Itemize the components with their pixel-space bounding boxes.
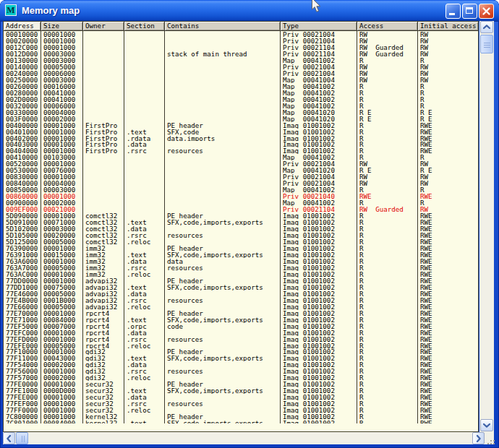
cell-access: R (357, 212, 418, 219)
table-row[interactable]: 77E4B0000001B000advapi32.rsrcresourcesIm… (4, 297, 478, 303)
cell-access: R (357, 290, 418, 297)
minimize-button[interactable] (445, 4, 461, 19)
table-row[interactable]: 77EFE00000005000rpcrt4.relocImag 0100100… (4, 343, 478, 349)
column-header-owner[interactable]: Owner (83, 22, 124, 30)
table-row[interactable]: 0053000000076000Map 00041020R ER E (4, 167, 478, 173)
table-row[interactable]: 0040400000001000FirstPro.rsrcresourcesIm… (4, 147, 478, 154)
table-row[interactable]: 0086000000001000Priv 00021040RWERWE (4, 193, 478, 199)
table-row[interactable]: 77DD100000075000advapi32.textSFX,code,im… (4, 284, 478, 290)
table-row[interactable]: 77FEF00000001000secur32.rsrcresourcesIma… (4, 400, 478, 407)
column-header-size[interactable]: Size (41, 22, 83, 30)
table-row[interactable]: 0001000000001000Priv 00021004RWRW (4, 31, 478, 38)
table-row[interactable]: 002D000000041000Map 00041002RR (4, 96, 478, 103)
table-row[interactable]: 5D12500000005000comctl32.relocImag 01001… (4, 238, 478, 245)
table-row[interactable]: 0040300000001000FirstPro.dataImag 010010… (4, 141, 478, 147)
cell-address: 76390000 (4, 245, 41, 251)
table-row[interactable]: 0026000000016000Map 00041002RR (4, 83, 478, 90)
cell-initial_access: RW (418, 51, 478, 57)
horizontal-scrollbar[interactable] (3, 432, 485, 444)
table-row[interactable]: 77FE000000001000secur32PE headerImag 010… (4, 381, 478, 387)
horizontal-scroll-thumb[interactable] (16, 432, 28, 444)
table-row[interactable]: 5D09000000001000comctl32PE headerImag 01… (4, 212, 478, 219)
table-row[interactable]: 77E4600000005000advapi32.dataImag 010010… (4, 290, 478, 297)
table-row[interactable]: 0028000000041000Map 00041002RR (4, 90, 478, 96)
scroll-up-button[interactable] (480, 21, 493, 33)
table-row[interactable]: 77F5400000002000gdi32.dataImag 01001002R… (4, 361, 478, 368)
table-row[interactable]: 77F5600000001000gdi32.rsrcresourcesImag … (4, 368, 478, 374)
column-header-address[interactable]: Address (4, 22, 41, 30)
resize-grip[interactable] (485, 432, 494, 444)
table-row[interactable]: 5D10200000003000comctl32.dataImag 010010… (4, 225, 478, 232)
table-row[interactable]: 0040100000001000FirstPro.textSFX,codeIma… (4, 129, 478, 135)
table-row[interactable]: 763AC00000001000imm32.relocImag 01001002… (4, 271, 478, 277)
vertical-scroll-thumb[interactable] (480, 35, 493, 53)
cell-address: 77F57000 (4, 374, 41, 381)
column-header-section[interactable]: Section (124, 22, 165, 30)
table-row[interactable]: 77EF500000007000rpcrt4.orpccodeImag 0100… (4, 323, 478, 329)
cell-type: Priv 00021104 (281, 51, 357, 57)
table-row[interactable]: 0041000000103000Map 00041002RR (4, 154, 478, 160)
table-row[interactable]: 77EFC00000001000rpcrt4.dataImag 01001002… (4, 329, 478, 336)
table-row[interactable]: 77F5700000002000gdi32.relocImag 01001002… (4, 374, 478, 381)
table-row[interactable]: 77E7100000084000rpcrt4.textSFX,code,impo… (4, 316, 478, 323)
table-row[interactable]: 0012D00000003000stack of main threadPriv… (4, 51, 478, 57)
table-row[interactable]: 5D09100000071000comctl32.textSFX,code,im… (4, 219, 478, 225)
table-row[interactable]: 0012C00000001000Priv 00021104RW GuardedR… (4, 44, 478, 51)
table-row[interactable]: 0013000000003000Map 00041002RR (4, 57, 478, 64)
cell-contains: SFX,code,imports,exports (165, 219, 281, 225)
cell-contains (165, 70, 281, 77)
table-row[interactable]: 77DD000000001000advapi32PE headerImag 01… (4, 277, 478, 284)
table-row[interactable]: 7C80000000001000kernel32PE headerImag 01… (4, 413, 478, 420)
cell-initial_access: RWE (418, 135, 478, 142)
table-row[interactable]: 0083000000001000Priv 00021004RWRW (4, 173, 478, 180)
maximize-button[interactable] (462, 4, 477, 19)
table-row[interactable]: 0085000000003000Map 00041002RR (4, 186, 478, 193)
scroll-right-button[interactable] (472, 432, 485, 444)
table-row[interactable]: 77E7000000001000rpcrt4PE headerImag 0100… (4, 310, 478, 316)
cell-access: RW (357, 180, 418, 186)
scroll-left-button[interactable] (3, 432, 15, 444)
table-row[interactable]: 77E6600000005000advapi32.relocImag 01001… (4, 303, 478, 310)
table-row[interactable]: 0052000000001000Priv 00021004RWRW (4, 160, 478, 167)
table-row[interactable]: 7639000000001000imm32PE headerImag 01001… (4, 245, 478, 251)
column-header-initial-access[interactable]: Initial access (418, 22, 478, 30)
table-row[interactable]: 0084000000004000Priv 00021004RWRW (4, 180, 478, 186)
close-button[interactable] (479, 4, 494, 19)
cell-section (124, 154, 165, 160)
cell-contains (165, 160, 281, 167)
table-row[interactable]: 7C80100000084000kernel32.textSFX,code,im… (4, 420, 478, 423)
cell-section: .rsrc (124, 147, 165, 154)
table-row[interactable]: 0014000000005000Priv 00021004RWRW (4, 64, 478, 70)
cell-size: 00007000 (41, 323, 83, 329)
scroll-down-button[interactable] (480, 419, 493, 431)
column-header-contains[interactable]: Contains (165, 22, 281, 30)
table-row[interactable]: 0032000000006000Map 00041002RR (4, 103, 478, 109)
vertical-scrollbar[interactable] (479, 21, 494, 432)
table-row[interactable]: 0090000000002000Map 00041002RR (4, 199, 478, 206)
table-row[interactable]: 763A700000005000imm32.rsrcresourcesImag … (4, 264, 478, 271)
app-icon[interactable]: M (5, 4, 17, 16)
table-row[interactable]: 77FEE00000001000secur32.dataImag 0100100… (4, 394, 478, 400)
table-row[interactable]: 0025000000003000Map 00041004RWRW (4, 77, 478, 83)
cell-type: Priv 00021040 (281, 193, 357, 199)
table-row[interactable]: 0024000000006000Priv 00021004RWRW (4, 70, 478, 77)
table-row[interactable]: 77F1000000001000gdi32PE headerImag 01001… (4, 348, 478, 355)
table-row[interactable]: 5D10500000020000comctl32.rsrcresourcesIm… (4, 232, 478, 238)
cell-initial_access: RW (418, 173, 478, 180)
table-row[interactable]: 009EF00000021000Priv 00021104RW GuardedR… (4, 206, 478, 212)
table-row[interactable]: 0040200000001000FirstPro.rdatadata,impor… (4, 135, 478, 142)
table-row[interactable]: 77FE10000000D000secur32.textSFX,code,imp… (4, 387, 478, 394)
table-row[interactable]: 7639100000015000imm32.textSFX,code,impor… (4, 251, 478, 258)
table-row[interactable]: 77FF000000001000secur32.relocImag 010010… (4, 407, 478, 413)
table-row[interactable]: 0002000000001000Priv 00021004RWRW (4, 38, 478, 44)
column-header-type[interactable]: Type (281, 22, 357, 30)
title-bar[interactable]: M Memory map (0, 0, 499, 22)
column-header-access[interactable]: Access (357, 22, 418, 30)
table-row[interactable]: 0033000000004000Map 00041020R ER E (4, 109, 478, 116)
table-row[interactable]: 0040000000001000FirstProPE headerImag 01… (4, 122, 478, 129)
table-row[interactable]: 003F000000002000Map 00041020R ER E (4, 116, 478, 122)
table-row[interactable]: 763A600000001000imm32.datadataImag 01001… (4, 258, 478, 264)
table-row[interactable]: 77EFD00000001000rpcrt4.rsrcresourcesImag… (4, 336, 478, 343)
table-row[interactable]: 77F1100000043000gdi32.textSFX,code,impor… (4, 355, 478, 361)
cell-contains (165, 83, 281, 90)
